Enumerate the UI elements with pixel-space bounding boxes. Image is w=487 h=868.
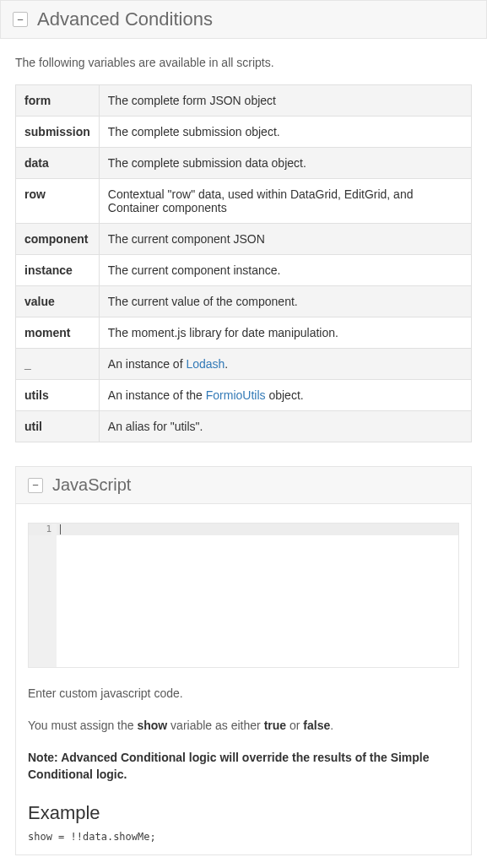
table-row: utilsAn instance of the FormioUtils obje… [16, 380, 472, 411]
javascript-panel: − JavaScript 1 Enter custom javascript c… [15, 466, 472, 855]
table-row: submissionThe complete submission object… [16, 117, 472, 148]
var-name: instance [16, 255, 100, 286]
var-desc: The moment.js library for date manipulat… [99, 317, 471, 349]
table-row: dataThe complete submission data object. [16, 148, 472, 179]
code-area[interactable] [57, 524, 458, 667]
help2-true: true [264, 719, 286, 732]
table-row: formThe complete form JSON object [16, 85, 472, 117]
var-desc: The complete submission data object. [99, 148, 471, 179]
var-desc: The current component instance. [99, 255, 471, 286]
javascript-header[interactable]: − JavaScript [16, 467, 471, 504]
content-area: The following variables are available in… [0, 39, 487, 442]
table-row: valueThe current value of the component. [16, 286, 472, 317]
advanced-conditions-header[interactable]: − Advanced Conditions [0, 0, 487, 39]
table-row: momentThe moment.js library for date man… [16, 317, 472, 349]
var-name: util [16, 411, 100, 442]
var-desc: The complete form JSON object [99, 85, 471, 117]
var-desc: An instance of Lodash. [99, 349, 471, 380]
code-editor[interactable]: 1 [28, 523, 459, 668]
var-link[interactable]: FormioUtils [206, 388, 266, 402]
var-desc: The current component JSON [99, 224, 471, 255]
table-row: rowContextual "row" data, used within Da… [16, 179, 472, 224]
var-name: value [16, 286, 100, 317]
line-number: 1 [29, 524, 51, 535]
javascript-title: JavaScript [52, 475, 131, 495]
javascript-body: 1 Enter custom javascript code. You must… [16, 504, 471, 854]
help2-show: show [137, 719, 167, 732]
help-text-2: You must assign the show variable as eit… [28, 719, 459, 732]
collapse-icon[interactable]: − [28, 478, 43, 493]
var-desc: Contextual "row" data, used within DataG… [99, 179, 471, 224]
var-name: submission [16, 117, 100, 148]
note-text: Note: Advanced Conditional logic will ov… [28, 749, 459, 784]
var-desc: The current value of the component. [99, 286, 471, 317]
var-name: moment [16, 317, 100, 349]
help2-or: or [286, 719, 303, 732]
var-name: row [16, 179, 100, 224]
advanced-conditions-title: Advanced Conditions [37, 8, 213, 30]
help-text-1: Enter custom javascript code. [28, 686, 459, 700]
table-row: utilAn alias for "utils". [16, 411, 472, 442]
var-link[interactable]: Lodash [186, 357, 225, 371]
var-name: component [16, 224, 100, 255]
collapse-icon[interactable]: − [13, 12, 28, 27]
var-desc: An instance of the FormioUtils object. [99, 380, 471, 411]
intro-text: The following variables are available in… [15, 56, 472, 69]
example-code: show = !!data.showMe; [28, 831, 459, 843]
var-name: data [16, 148, 100, 179]
var-desc: An alias for "utils". [99, 411, 471, 442]
cursor-icon [60, 524, 61, 534]
table-row: _An instance of Lodash. [16, 349, 472, 380]
example-heading: Example [28, 802, 459, 824]
var-name: _ [16, 349, 100, 380]
help2-post: . [330, 719, 333, 732]
var-name: form [16, 85, 100, 117]
variables-table: formThe complete form JSON objectsubmiss… [15, 84, 472, 442]
var-name: utils [16, 380, 100, 411]
table-row: componentThe current component JSON [16, 224, 472, 255]
help2-false: false [303, 719, 330, 732]
var-desc: The complete submission object. [99, 117, 471, 148]
help2-mid: variable as either [167, 719, 263, 732]
table-row: instanceThe current component instance. [16, 255, 472, 286]
code-gutter: 1 [29, 524, 57, 667]
help2-pre: You must assign the [28, 719, 137, 732]
